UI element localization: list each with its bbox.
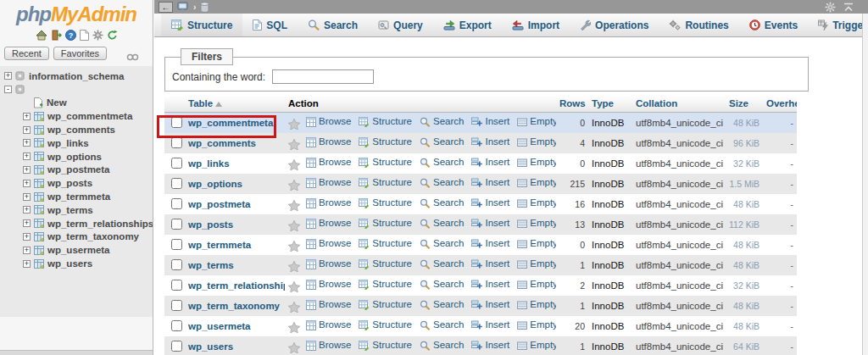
table-name-link[interactable]: wp_usermeta xyxy=(188,321,251,331)
favorite-star-icon[interactable] xyxy=(288,220,300,231)
tree-expander[interactable]: + xyxy=(23,126,31,134)
action-structure-link[interactable]: Structure xyxy=(359,176,412,189)
settings-icon[interactable] xyxy=(92,30,103,41)
action-search-link[interactable]: Search xyxy=(420,278,464,291)
row-checkbox[interactable] xyxy=(171,320,182,331)
favorite-star-icon[interactable] xyxy=(288,159,300,170)
logout-icon[interactable] xyxy=(51,30,62,41)
favorite-star-icon[interactable] xyxy=(288,119,300,130)
action-empty-link[interactable]: Empty xyxy=(517,319,556,331)
action-search-link[interactable]: Search xyxy=(420,298,464,311)
collation-value[interactable]: utf8mb4_unicode_ci xyxy=(632,275,726,296)
tree-expander[interactable]: + xyxy=(23,166,31,174)
action-insert-link[interactable]: Insert xyxy=(471,176,509,189)
action-insert-link[interactable]: Insert xyxy=(471,237,509,250)
action-empty-link[interactable]: Empty xyxy=(517,237,556,250)
tree-expander[interactable]: + xyxy=(23,206,31,214)
row-checkbox[interactable] xyxy=(171,259,182,270)
table-name-link[interactable]: wp_comments xyxy=(188,138,256,148)
sidebar-item-wp_links[interactable]: + wp_links xyxy=(23,136,153,150)
tree-expander[interactable]: + xyxy=(23,113,31,120)
header-collation[interactable]: Collation xyxy=(632,96,726,113)
action-structure-link[interactable]: Structure xyxy=(359,237,412,250)
row-checkbox[interactable] xyxy=(171,137,182,148)
collation-value[interactable]: utf8mb4_unicode_ci xyxy=(632,255,726,275)
collation-value[interactable]: utf8mb4_unicode_ci xyxy=(632,133,726,153)
action-empty-link[interactable]: Empty xyxy=(517,156,556,169)
tab-import[interactable]: Import xyxy=(502,14,570,36)
header-overhead[interactable]: Overhead xyxy=(763,96,797,113)
filter-input[interactable] xyxy=(272,69,374,84)
row-checkbox[interactable] xyxy=(171,158,182,169)
tree-expander[interactable]: + xyxy=(23,247,31,254)
tab-recent[interactable]: Recent xyxy=(4,47,49,60)
row-checkbox[interactable] xyxy=(171,198,182,209)
header-size[interactable]: Size xyxy=(726,96,763,113)
table-name-link[interactable]: wp_term_taxonomy xyxy=(188,301,280,311)
sidebar-resize-bar[interactable] xyxy=(0,350,153,355)
action-search-link[interactable]: Search xyxy=(420,176,464,189)
collation-value[interactable]: utf8mb4_unicode_ci xyxy=(632,194,726,214)
action-browse-link[interactable]: Browse xyxy=(306,319,351,331)
tab-structure[interactable]: Structure xyxy=(161,14,242,36)
back-button[interactable]: ← xyxy=(159,2,173,13)
action-search-link[interactable]: Search xyxy=(420,339,464,352)
tree-expander[interactable]: - xyxy=(4,86,12,93)
action-empty-link[interactable]: Empty xyxy=(517,176,556,189)
row-checkbox[interactable] xyxy=(171,280,182,291)
home-icon[interactable] xyxy=(36,30,47,41)
action-browse-link[interactable]: Browse xyxy=(306,156,351,169)
header-type[interactable]: Type xyxy=(588,96,632,113)
action-empty-link[interactable]: Empty xyxy=(517,339,556,352)
tree-expander[interactable]: + xyxy=(4,72,12,80)
row-checkbox[interactable] xyxy=(171,117,182,128)
table-name-link[interactable]: wp_terms xyxy=(188,260,234,270)
settings-gear-icon[interactable] xyxy=(825,2,836,13)
tab-query[interactable]: Query xyxy=(368,14,433,36)
table-name-link[interactable]: wp_users xyxy=(188,341,233,352)
tab-triggers[interactable]: Triggers xyxy=(808,14,868,36)
favorite-star-icon[interactable] xyxy=(288,281,300,292)
row-checkbox[interactable] xyxy=(171,219,182,230)
collapse-icon[interactable] xyxy=(843,3,854,12)
sidebar-item-wp_terms[interactable]: + wp_terms xyxy=(23,203,153,217)
action-search-link[interactable]: Search xyxy=(420,156,464,169)
tab-events[interactable]: Events xyxy=(739,14,808,36)
favorite-star-icon[interactable] xyxy=(288,322,300,333)
favorite-star-icon[interactable] xyxy=(288,200,300,211)
row-checkbox[interactable] xyxy=(171,239,182,250)
table-name-link[interactable]: wp_term_relationships xyxy=(188,280,285,291)
help-icon[interactable]: ? xyxy=(65,30,76,41)
action-empty-link[interactable]: Empty xyxy=(517,217,556,230)
tab-operations[interactable]: Operations xyxy=(570,14,659,36)
action-insert-link[interactable]: Insert xyxy=(471,156,509,169)
database-icon[interactable] xyxy=(200,2,209,13)
header-table[interactable]: Table xyxy=(185,96,285,113)
collation-value[interactable]: utf8mb4_unicode_ci xyxy=(632,296,726,316)
action-structure-link[interactable]: Structure xyxy=(359,136,412,148)
sidebar-item-wp_term_relationships[interactable]: + wp_term_relationships xyxy=(23,217,153,230)
action-browse-link[interactable]: Browse xyxy=(306,237,351,250)
row-checkbox[interactable] xyxy=(171,300,182,311)
tab-sql[interactable]: SQL xyxy=(242,14,298,36)
action-search-link[interactable]: Search xyxy=(420,136,464,148)
docs-icon[interactable] xyxy=(80,30,89,41)
sidebar-item-wp_postmeta[interactable]: + wp_postmeta xyxy=(23,164,153,177)
tree-expander[interactable]: + xyxy=(23,219,31,227)
row-checkbox[interactable] xyxy=(171,178,182,189)
refresh-icon[interactable] xyxy=(107,30,118,41)
action-browse-link[interactable]: Browse xyxy=(306,197,351,209)
action-insert-link[interactable]: Insert xyxy=(471,115,509,128)
action-browse-link[interactable]: Browse xyxy=(306,136,351,148)
action-structure-link[interactable]: Structure xyxy=(359,115,412,128)
tree-node-label[interactable]: information_schema xyxy=(29,71,124,81)
collation-value[interactable]: utf8mb4_unicode_ci xyxy=(632,174,726,194)
action-insert-link[interactable]: Insert xyxy=(471,319,509,331)
sidebar-item-wp_posts[interactable]: + wp_posts xyxy=(23,176,153,190)
action-search-link[interactable]: Search xyxy=(420,217,464,230)
server-icon[interactable] xyxy=(177,2,189,12)
sidebar-item-wp_users[interactable]: + wp_users xyxy=(23,257,153,270)
collation-value[interactable]: utf8mb4_unicode_ci xyxy=(632,113,726,134)
action-insert-link[interactable]: Insert xyxy=(471,217,509,230)
action-structure-link[interactable]: Structure xyxy=(359,156,412,169)
